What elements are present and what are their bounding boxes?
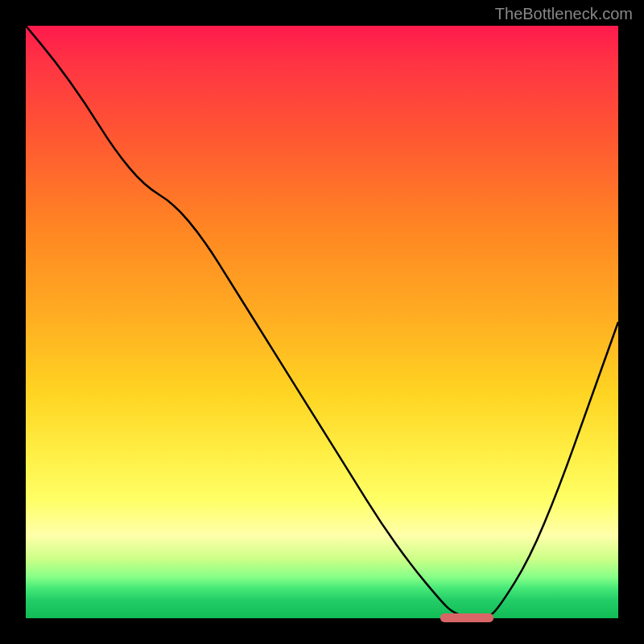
- optimal-range-marker: [440, 613, 493, 622]
- plot-area: [26, 26, 618, 618]
- bottleneck-curve: [26, 26, 618, 618]
- curve-svg: [26, 26, 618, 618]
- chart-container: TheBottleneck.com: [0, 0, 644, 644]
- watermark-text: TheBottleneck.com: [495, 5, 633, 23]
